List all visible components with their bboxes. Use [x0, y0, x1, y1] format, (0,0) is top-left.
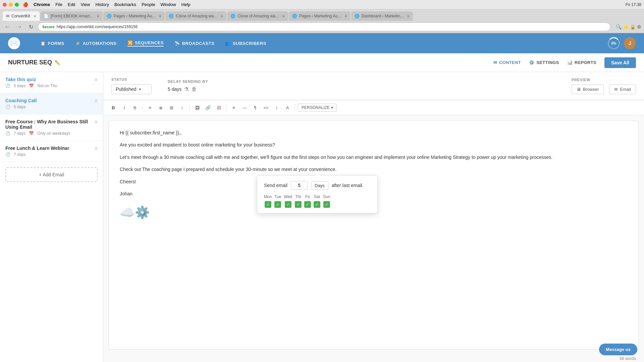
- delete-icon[interactable]: 🗑: [192, 86, 197, 92]
- unlink-btn[interactable]: ⛓: [214, 103, 223, 112]
- day-tue-check[interactable]: ✓: [274, 201, 281, 208]
- tab-close-btn[interactable]: ✕: [282, 14, 285, 18]
- drag-handle-icon[interactable]: ≡: [95, 77, 98, 83]
- nav-automations[interactable]: ⚡ AUTOMATIONS: [75, 40, 117, 47]
- day-thr-check[interactable]: ✓: [295, 201, 302, 208]
- day-tue-label: Tue: [274, 194, 281, 199]
- day-wed-check[interactable]: ✓: [285, 201, 291, 208]
- email-line-3: Check out The coaching page I prepared a…: [120, 166, 628, 173]
- sidebar-item-take-quiz-content: Take this quiz 🕐 5 days 📅 Not on Thu: [5, 77, 95, 88]
- paragraph-btn[interactable]: ¶: [251, 103, 260, 112]
- view-menu[interactable]: View: [80, 2, 90, 7]
- window-menu[interactable]: Window: [160, 2, 176, 7]
- tab-close-btn[interactable]: ✕: [34, 14, 36, 18]
- tab-label: Pages ‹ Marketing Au...: [299, 14, 341, 18]
- close-window-btn[interactable]: [3, 3, 7, 7]
- email-body[interactable]: Hi {{ subscriber.first_name }},, Are you…: [109, 121, 639, 350]
- reports-tab[interactable]: 📊 REPORTS: [567, 60, 596, 65]
- back-btn[interactable]: ←: [3, 23, 12, 31]
- italic-btn[interactable]: I: [119, 103, 129, 112]
- day-mon-check[interactable]: ✓: [265, 201, 271, 208]
- drag-handle-icon[interactable]: ≡: [95, 119, 98, 125]
- unordered-list-btn[interactable]: ≡: [145, 103, 155, 112]
- image-btn[interactable]: 🖼: [193, 103, 202, 112]
- drag-handle-icon[interactable]: ≡: [95, 98, 98, 104]
- font-color-btn[interactable]: A: [283, 103, 292, 112]
- user-avatar[interactable]: J: [624, 37, 636, 49]
- tab-close-btn[interactable]: ✕: [220, 14, 223, 18]
- save-all-button[interactable]: Save All: [604, 57, 636, 68]
- tab-close-btn[interactable]: ✕: [344, 14, 347, 18]
- drag-handle-icon[interactable]: ≡: [95, 145, 98, 152]
- settings-tab[interactable]: ⚙️ SETTINGS: [529, 60, 559, 65]
- tab-pages-marketing-2[interactable]: 🌐 Pages ‹ Marketing Au... ✕: [289, 11, 351, 21]
- settings-icon: ⚙️: [529, 60, 534, 65]
- status-value: Published ▼: [111, 84, 152, 94]
- tab-convertkit[interactable]: ✉ ConvertKit ✕: [3, 11, 40, 21]
- tab-clone-amazing-2[interactable]: 🌐 Clone of Amazing wa... ✕: [227, 11, 288, 21]
- status-dropdown[interactable]: Published ▼: [111, 84, 152, 94]
- popup-triangle: [315, 173, 320, 176]
- day-sat-check[interactable]: ✓: [314, 201, 320, 208]
- code-btn[interactable]: <>: [261, 103, 271, 112]
- hr-btn[interactable]: —: [240, 103, 249, 112]
- delay-value-row: 5 days ⚗ 🗑: [168, 86, 208, 93]
- link-btn[interactable]: 🔗: [203, 103, 213, 112]
- outdent-btn[interactable]: ↕: [177, 103, 187, 112]
- word-count: 68 words: [103, 355, 644, 362]
- tab-form-ebook[interactable]: 📄 [Form] EBOOK Amazi... ✕: [40, 11, 103, 21]
- preview-browser-btn[interactable]: 🖥 Browser: [572, 84, 604, 94]
- nav-sequences[interactable]: 🔀 SEQUENCES: [127, 40, 164, 47]
- nav-subscribers[interactable]: 👥 SUBSCRIBERS: [225, 40, 266, 47]
- fullscreen-window-btn[interactable]: [15, 3, 19, 7]
- tab-label: [Form] EBOOK Amazi...: [51, 14, 93, 18]
- ordered-list-btn[interactable]: ≣: [156, 103, 165, 112]
- apple-menu[interactable]: 🍎: [23, 2, 28, 7]
- format-btn[interactable]: ↕: [272, 103, 281, 112]
- edit-menu[interactable]: Edit: [68, 2, 75, 7]
- sidebar-item-coaching-call[interactable]: Coaching Call 🕐 5 days ≡: [0, 93, 103, 114]
- content-tab[interactable]: ✉ CONTENT: [493, 60, 521, 65]
- sidebar: Take this quiz 🕐 5 days 📅 Not on Thu ≡ C…: [0, 72, 103, 362]
- edit-title-icon[interactable]: ✏️: [55, 60, 60, 65]
- strikethrough-btn[interactable]: S: [130, 103, 140, 112]
- url-bar[interactable]: Secure https://app.convertkit.com/sequen…: [38, 22, 610, 31]
- sidebar-item-free-course[interactable]: Free Course : Why Are Business Still Usi…: [0, 114, 103, 141]
- add-email-button[interactable]: + Add Email: [5, 167, 98, 182]
- settings-row: STATUS Published ▼ DELAY SENDING BY 5 da…: [103, 72, 644, 100]
- bookmarks-menu[interactable]: Bookmarks: [114, 2, 136, 7]
- days-label-btn[interactable]: Days: [311, 181, 328, 190]
- sidebar-item-take-quiz[interactable]: Take this quiz 🕐 5 days 📅 Not on Thu ≡: [0, 72, 103, 93]
- day-fri-label: Fri: [305, 194, 310, 199]
- indent-btn[interactable]: ⊞: [167, 103, 176, 112]
- message-us-button[interactable]: Message us: [599, 344, 637, 355]
- file-menu[interactable]: File: [55, 2, 62, 7]
- tab-clone-amazing-1[interactable]: 🌐 Clone of Amazing wa... ✕: [165, 11, 226, 21]
- nav-broadcasts[interactable]: 📡 BROADCASTS: [174, 40, 214, 47]
- status-dropdown-value: Published: [116, 86, 137, 92]
- preview-email-btn[interactable]: ✉ Email: [609, 84, 636, 94]
- day-sun-check[interactable]: ✓: [323, 201, 330, 208]
- tab-close-btn[interactable]: ✕: [407, 14, 410, 18]
- sidebar-item-free-lunch[interactable]: Free Lunch & Learn Webinar 🕐 7 days ≡: [0, 141, 103, 162]
- filter-icon[interactable]: ⚗: [184, 86, 189, 93]
- window-controls[interactable]: [3, 3, 19, 7]
- history-menu[interactable]: History: [95, 2, 109, 7]
- bold-btn[interactable]: B: [109, 103, 118, 112]
- tab-dashboard-marketing[interactable]: 🌐 Dashboard ‹ Marketin... ✕: [351, 11, 413, 21]
- people-menu[interactable]: People: [142, 2, 155, 7]
- help-menu[interactable]: Help: [181, 2, 191, 7]
- progress-ring: 0%: [608, 37, 620, 49]
- chrome-menu[interactable]: Chrome: [34, 2, 50, 7]
- tab-pages-marketing-1[interactable]: 🌐 Pages ‹ Marketing Au... ✕: [103, 11, 165, 21]
- nav-forms[interactable]: 📋 FORMS: [40, 40, 64, 47]
- days-input[interactable]: [291, 181, 308, 190]
- align-btn[interactable]: ≡: [229, 103, 238, 112]
- minimize-window-btn[interactable]: [9, 3, 13, 7]
- day-fri-check[interactable]: ✓: [304, 201, 311, 208]
- reload-btn[interactable]: ↻: [27, 23, 35, 31]
- personalize-btn[interactable]: PERSONALIZE ▾: [298, 104, 337, 112]
- forward-btn[interactable]: →: [15, 23, 24, 31]
- tab-close-btn[interactable]: ✕: [97, 14, 99, 18]
- tab-close-btn[interactable]: ✕: [159, 14, 161, 18]
